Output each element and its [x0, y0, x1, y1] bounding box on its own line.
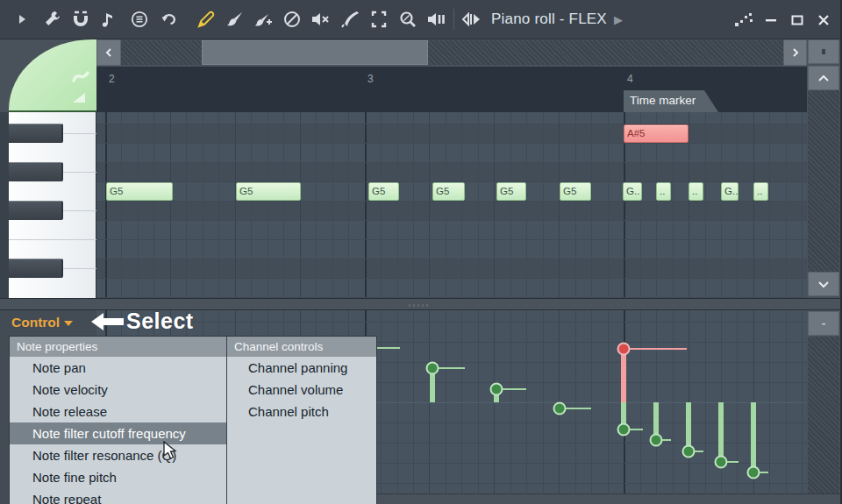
collapse-arrow-icon[interactable]: [11, 8, 33, 31]
black-key[interactable]: [9, 124, 63, 143]
scroll-left-button[interactable]: [96, 39, 121, 66]
control-target-menu: Note propertiesNote panNote velocityNote…: [9, 336, 377, 504]
note-a#5[interactable]: A#5: [624, 124, 689, 143]
control-marker[interactable]: [748, 402, 769, 479]
menu-item-channel-panning[interactable]: Channel panning: [227, 357, 376, 379]
grid-line: [526, 112, 527, 298]
menu-item-channel-volume[interactable]: Channel volume: [227, 379, 376, 401]
piano-roll-corner-badge: [0, 39, 96, 112]
menu-section-header: Note properties: [10, 337, 226, 357]
note-[interactable]: ..: [753, 182, 768, 201]
control-marker[interactable]: [618, 402, 644, 436]
preview-speaker-icon[interactable]: [460, 8, 482, 31]
control-marker[interactable]: [716, 402, 739, 468]
menu-item-note-velocity[interactable]: Note velocity: [10, 379, 226, 401]
grid-row-line: [96, 278, 807, 279]
grid-line: [170, 112, 171, 298]
grid-line: [429, 112, 430, 298]
grid-line: [381, 112, 382, 298]
grid-row-line: [96, 220, 807, 221]
grid-line: [332, 112, 333, 298]
mute-speaker-icon[interactable]: [309, 8, 332, 31]
note-icon[interactable]: [97, 8, 120, 31]
wrench-icon[interactable]: [40, 8, 63, 31]
scroll-right-button[interactable]: [783, 39, 807, 66]
control-marker[interactable]: [427, 363, 466, 403]
menu-item-channel-pitch[interactable]: Channel pitch: [227, 401, 376, 422]
pencil-icon[interactable]: [195, 8, 218, 31]
timeline-ruler[interactable]: 234Time marker: [96, 67, 807, 112]
grid-line: [348, 112, 349, 298]
tutorial-annotation: Select: [91, 309, 194, 334]
grid-row-line: [96, 259, 807, 259]
note-g5[interactable]: G5: [432, 182, 465, 201]
bar-number: 3: [367, 73, 374, 85]
grid-line: [121, 112, 122, 298]
grid-line: [705, 112, 706, 298]
zoom-magnifier-icon[interactable]: [396, 8, 419, 31]
toolbar: Piano roll - FLEX ▶: [0, 0, 842, 39]
vertical-scrollbar: [807, 39, 840, 298]
piano-keyboard[interactable]: [0, 112, 96, 298]
brush-icon[interactable]: [224, 8, 246, 31]
control-lane-scroll-column: -: [807, 311, 840, 493]
lane-collapse-button[interactable]: -: [808, 311, 839, 336]
undo-icon[interactable]: [158, 8, 181, 31]
black-key[interactable]: [9, 259, 63, 278]
control-marker[interactable]: [683, 402, 704, 458]
close-button[interactable]: [810, 9, 837, 32]
control-marker[interactable]: [554, 402, 592, 415]
note-[interactable]: ..: [656, 182, 671, 201]
vertical-scrollbar-track[interactable]: [808, 90, 839, 272]
note-[interactable]: ..: [689, 182, 703, 201]
maximize-button[interactable]: [784, 9, 810, 32]
grid-line: [478, 112, 479, 298]
scroll-up-button[interactable]: [808, 66, 839, 90]
note-g5[interactable]: G5: [106, 182, 173, 201]
detach-dots-icon[interactable]: [731, 9, 758, 32]
control-marker[interactable]: [651, 402, 672, 446]
scroll-down-button[interactable]: [808, 272, 839, 296]
menu-item-note-pan[interactable]: Note pan: [10, 357, 226, 379]
note-g5[interactable]: G5: [236, 182, 301, 201]
menu-item-note-fine-pitch[interactable]: Note fine pitch: [10, 466, 226, 488]
menu-circle-icon[interactable]: [128, 8, 151, 31]
note-g5[interactable]: G5: [560, 182, 591, 201]
grid-row-line: [96, 239, 807, 240]
black-key[interactable]: [9, 162, 63, 181]
slash-circle-icon[interactable]: [281, 8, 303, 31]
white-key-separator: [63, 210, 96, 211]
selected-control-marker[interactable]: [618, 344, 688, 403]
menu-item-note-filter-cutoff-frequency[interactable]: Note filter cutoff frequency: [10, 422, 226, 444]
left-arrow-icon: [91, 311, 125, 332]
playback-speaker-icon[interactable]: [425, 8, 448, 31]
menu-item-note-repeat[interactable]: Note repeat: [10, 488, 226, 504]
time-marker-label[interactable]: Time marker: [624, 90, 718, 112]
menu-item-note-release[interactable]: Note release: [10, 401, 226, 422]
note-g[interactable]: G..: [721, 182, 739, 201]
menu-column-channel-controls: Channel controlsChannel panningChannel v…: [227, 337, 376, 504]
control-target-selector[interactable]: Control: [11, 315, 73, 330]
horizontal-scrollbar-track[interactable]: [96, 40, 783, 65]
horizontal-scrollbar-thumb[interactable]: [202, 40, 428, 65]
minimize-button[interactable]: [758, 9, 784, 32]
control-marker[interactable]: [491, 384, 527, 403]
bar-number: 2: [109, 73, 115, 85]
grid-line: [218, 112, 219, 298]
note-g5[interactable]: G5: [368, 182, 399, 201]
note-g[interactable]: G..: [623, 182, 642, 201]
control-lane-scroll-track[interactable]: [808, 337, 839, 493]
piano-roll-grid[interactable]: A#5G5G5G5G5G5G5G......G....: [96, 112, 807, 298]
slice-icon[interactable]: [339, 8, 361, 31]
white-key-separator: [9, 239, 96, 240]
grid-line: [153, 112, 154, 298]
magnet-icon[interactable]: [69, 8, 92, 31]
title-arrow-icon[interactable]: ▶: [614, 13, 623, 26]
black-key[interactable]: [9, 201, 63, 220]
brush-plus-icon[interactable]: [252, 8, 275, 31]
menu-item-note-filter-resonance-q-[interactable]: Note filter resonance (Q): [10, 444, 226, 466]
grid-line: [591, 112, 592, 298]
select-brackets-icon[interactable]: [367, 8, 390, 31]
note-g5[interactable]: G5: [496, 182, 526, 201]
scroll-detach-button[interactable]: [808, 39, 839, 64]
